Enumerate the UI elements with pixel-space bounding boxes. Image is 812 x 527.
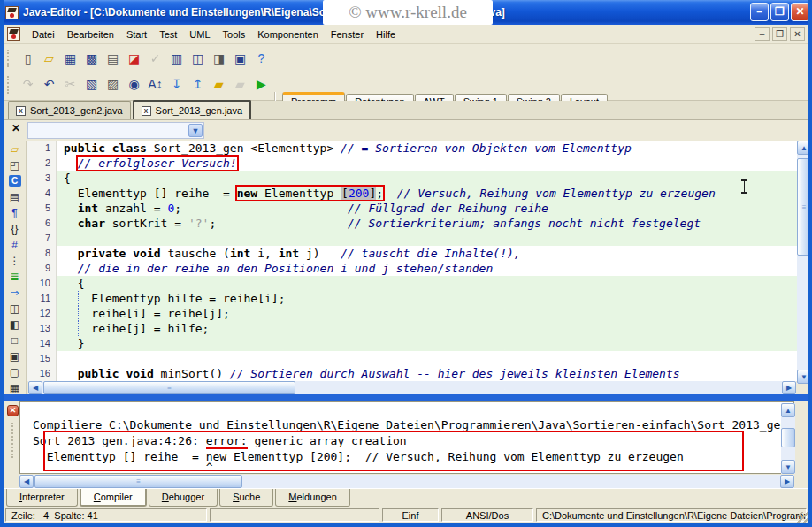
code-line[interactable]: reihe[j] = hilfe; (57, 321, 797, 336)
code-line[interactable]: // die in der reihe an den Positionen i … (57, 261, 797, 276)
code-line[interactable]: public void minSort() // Sortieren durch… (57, 366, 797, 381)
output-vscrollbar[interactable]: ▲ ▼ (781, 403, 795, 474)
selection-icon[interactable]: ◰ (6, 157, 24, 172)
print-icon[interactable]: ▤ (103, 48, 123, 68)
frame-half-icon[interactable]: ◧ (6, 317, 24, 332)
compile-all-folder-icon[interactable]: ▰ (230, 73, 250, 94)
outdent-icon[interactable]: ↥ (188, 73, 208, 94)
save-icon[interactable]: ▦ (60, 48, 80, 68)
scroll-right-icon[interactable]: ▶ (780, 475, 794, 488)
structure-icon[interactable]: ▥ (166, 48, 187, 68)
braces-icon[interactable]: {} (6, 221, 24, 236)
uml-icon[interactable]: ◪ (124, 48, 144, 68)
mdi-restore-button[interactable]: ❐ (772, 27, 787, 41)
help-icon[interactable]: ? (251, 48, 272, 68)
menu-item-start[interactable]: Start (120, 27, 153, 42)
code-line[interactable]: Elementtyp [] reihe = new Elementtyp [20… (57, 186, 797, 201)
toolbar-gripper[interactable] (7, 76, 10, 94)
menu-item-datei[interactable]: Datei (26, 27, 61, 42)
editor-hscrollbar[interactable]: ◀ ≡ ▶ (28, 381, 796, 394)
editor-vscroll-thumb[interactable]: ≡ (797, 158, 811, 256)
code-line[interactable]: Elementtyp hilfe = reihe[i]; (57, 291, 797, 306)
copy-icon[interactable]: ▧ (81, 73, 102, 94)
tab-close-icon[interactable]: x (16, 106, 26, 116)
code-line[interactable]: } (57, 336, 797, 351)
file-tab-Sort_2013_gen2-java[interactable]: xSort_2013_gen2.java (8, 101, 131, 119)
code-line[interactable]: { (57, 276, 797, 291)
frame-plain-icon[interactable]: ▢ (6, 364, 24, 379)
mdi-minimize-button[interactable]: – (755, 27, 770, 41)
code-line[interactable]: { (57, 171, 797, 186)
pilcrow-icon[interactable]: ¶ (6, 205, 24, 220)
applet-viewer-icon[interactable]: ◨ (209, 48, 229, 68)
indent-icon[interactable]: ↧ (166, 73, 187, 94)
class-browser-combobox[interactable]: ▼ (27, 122, 204, 139)
cut-icon[interactable]: ✂ (60, 73, 80, 94)
menu-item-komponenten[interactable]: Komponenten (251, 27, 325, 42)
close-icon[interactable]: ✕ (10, 123, 22, 135)
resize-grip[interactable] (797, 512, 808, 523)
error-marker-icon[interactable]: ✕ (7, 405, 19, 416)
output-tab-debugger[interactable]: Debugger (149, 489, 218, 507)
frame-split-icon[interactable]: ◫ (6, 301, 24, 316)
search-icon[interactable]: ◉ (124, 73, 144, 94)
menu-item-hilfe[interactable]: Hilfe (370, 27, 402, 42)
output-hscrollbar[interactable]: ◀ ≡ ▶ (19, 475, 794, 488)
code-line[interactable]: reihe[i] = reihe[j]; (57, 306, 797, 321)
scroll-down-icon[interactable]: ▼ (781, 460, 795, 474)
font-size-icon[interactable]: A↕ (145, 73, 165, 94)
splitter[interactable] (4, 394, 808, 401)
structure-color-icon[interactable]: ≣ (6, 269, 24, 284)
check-icon[interactable]: ✓ (145, 48, 165, 68)
tab-close-icon[interactable]: x (142, 106, 151, 116)
open-folder-icon[interactable]: ▱ (6, 141, 24, 157)
open-icon[interactable]: ▱ (39, 48, 59, 68)
editor-hscroll-thumb[interactable]: ≡ (43, 381, 295, 394)
undo-icon[interactable]: ↶ (39, 73, 59, 94)
structure-lines-icon[interactable]: ▤ (6, 189, 24, 204)
code-line[interactable]: private void tausche (int i, int j) // t… (57, 246, 797, 261)
output-hscroll-thumb[interactable]: ≡ (34, 475, 242, 488)
minimize-button[interactable]: – (750, 3, 769, 21)
code-line[interactable]: public class Sort_2013_gen <Elementtyp> … (57, 141, 797, 156)
scroll-right-icon[interactable]: ▶ (782, 381, 796, 394)
file-tab-Sort_2013_gen-java[interactable]: xSort_2013_gen.java (133, 100, 251, 119)
save-all-icon[interactable]: ▩ (81, 48, 102, 68)
redo-icon[interactable]: ↷ (18, 73, 38, 94)
new-file-icon[interactable]: ▯ (18, 48, 38, 68)
frame-info-icon[interactable]: ▣ (6, 348, 24, 363)
scroll-up-icon[interactable]: ▲ (797, 141, 811, 155)
cascade-windows-icon[interactable]: ◫ (188, 48, 208, 68)
scroll-left-icon[interactable]: ◀ (19, 475, 34, 488)
hash-icon[interactable]: # (6, 237, 24, 252)
code-editor[interactable]: public class Sort_2013_gen <Elementtyp> … (57, 141, 797, 381)
chevron-down-icon[interactable]: ▼ (188, 124, 203, 137)
output-tab-interpreter[interactable]: Interpreter (6, 489, 78, 507)
toolbar-gripper[interactable] (7, 50, 10, 67)
scroll-left-icon[interactable]: ◀ (28, 381, 42, 394)
editor-vscrollbar[interactable]: ▲ ≡ ▼ (797, 141, 811, 384)
frame-grid-icon[interactable]: ▦ (6, 380, 24, 395)
frame-empty-icon[interactable]: □ (6, 332, 24, 348)
menu-item-test[interactable]: Test (153, 27, 183, 42)
menu-item-uml[interactable]: UML (183, 27, 216, 42)
menu-item-fenster[interactable]: Fenster (325, 27, 370, 42)
dots-icon[interactable]: ⋮ (6, 253, 24, 268)
menu-item-bearbeiten[interactable]: Bearbeiten (61, 27, 120, 42)
scroll-up-icon[interactable]: ▲ (781, 403, 795, 417)
scroll-down-icon[interactable]: ▼ (797, 370, 811, 384)
paste-icon[interactable]: ▨ (103, 73, 123, 94)
code-line[interactable]: // erfolgloser Versuch! (57, 156, 797, 171)
code-line[interactable]: int anzahl = 0; // Füllgrad der Reihung … (57, 201, 797, 216)
menu-item-tools[interactable]: Tools (217, 27, 252, 42)
mdi-close-button[interactable]: ✕ (790, 27, 805, 41)
task-list-icon[interactable]: ▣ (230, 48, 250, 68)
output-vscroll-thumb[interactable] (781, 428, 795, 447)
compile-folder-icon[interactable]: ▰ (209, 73, 229, 94)
jump-arrow-icon[interactable]: ⇒ (6, 285, 24, 300)
close-button[interactable]: ✕ (791, 3, 809, 21)
title-bar[interactable]: Java-Editor - [C:\Dokumente und Einstell… (0, 0, 812, 25)
class-icon[interactable]: C (6, 173, 24, 188)
maximize-button[interactable]: ❐ (770, 3, 789, 21)
compiler-output[interactable]: Compiliere C:\Dokumente und Einstellunge… (19, 401, 794, 474)
